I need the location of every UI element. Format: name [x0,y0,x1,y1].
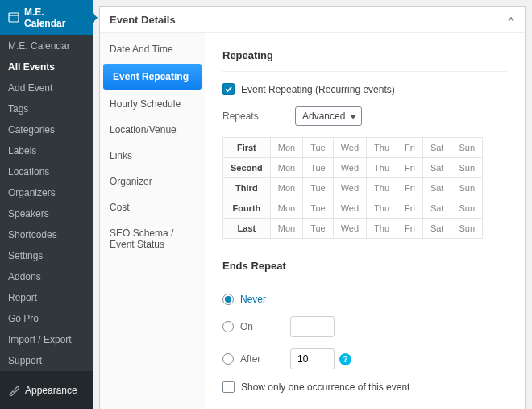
event-repeating-label: Event Repeating (Recurring events) [241,84,395,95]
sidebar-item-categories[interactable]: Categories [0,119,93,140]
sidebar-item-support[interactable]: Support [0,350,93,371]
repeat-cell-first-mon[interactable]: Mon [270,138,302,158]
ends-after-input[interactable] [290,348,335,369]
repeat-cell-first-wed[interactable]: Wed [333,138,366,158]
sidebar-item-all-events[interactable]: All Events [0,56,93,77]
repeat-cell-last-sun[interactable]: Sun [451,219,483,239]
repeat-cell-fourth-sun[interactable]: Sun [451,198,483,219]
repeat-row-fourth: Fourth [223,198,271,219]
sidebar-brand[interactable]: M.E. Calendar [0,0,93,35]
repeat-cell-third-fri[interactable]: Fri [397,178,423,198]
main-area: Event Details Date And TimeEvent Repeati… [93,0,532,409]
brand-label: M.E. Calendar [24,6,85,29]
tab-event-repeating[interactable]: Event Repeating [103,64,202,90]
repeats-label: Repeats [222,111,295,122]
repeat-row-first: First [223,138,271,158]
repeats-select[interactable]: Advanced [295,106,362,126]
repeat-cell-last-mon[interactable]: Mon [270,219,302,239]
show-one-occurrence-label: Show only one occurrence of this event [241,382,409,393]
metabox-toggle-icon[interactable] [507,14,515,26]
sidebar-item-m-e-calendar[interactable]: M.E. Calendar [0,35,93,56]
repeat-cell-first-fri[interactable]: Fri [397,138,423,158]
tab-organizer[interactable]: Organizer [100,169,205,194]
show-one-occurrence-checkbox[interactable] [222,381,235,393]
sidebar-item-plugins[interactable]: Plugins [0,402,93,409]
repeat-cell-last-fri[interactable]: Fri [397,219,423,239]
repeat-cell-last-sat[interactable]: Sat [422,219,451,239]
sidebar-item-appearance[interactable]: Appearance [0,379,93,402]
admin-sidebar: M.E. Calendar M.E. CalendarAll EventsAdd… [0,0,93,409]
sidebar-item-labels[interactable]: Labels [0,140,93,161]
vertical-tabs: Date And TimeEvent RepeatingHourly Sched… [100,33,205,409]
ends-repeat-heading: Ends Repeat [222,260,507,272]
tab-content: Repeating Event Repeating (Recurring eve… [205,33,525,409]
sidebar-item-import-export[interactable]: Import / Export [0,329,93,350]
divider [222,71,507,72]
ends-on-radio[interactable] [222,321,234,332]
repeat-cell-third-sun[interactable]: Sun [451,178,483,198]
repeat-cell-fourth-thu[interactable]: Thu [367,198,397,219]
repeat-cell-first-sun[interactable]: Sun [451,138,483,158]
sidebar-item-go-pro[interactable]: Go Pro [0,308,93,329]
divider [222,282,507,282]
repeat-cell-fourth-sat[interactable]: Sat [422,198,451,219]
repeat-cell-fourth-tue[interactable]: Tue [303,198,334,219]
repeat-cell-fourth-wed[interactable]: Wed [333,198,366,219]
ends-never-label: Never [240,294,266,305]
metabox-title-bar[interactable]: Event Details [100,7,525,33]
repeat-cell-first-thu[interactable]: Thu [367,138,397,158]
repeat-cell-first-sat[interactable]: Sat [422,138,451,158]
repeat-cell-fourth-mon[interactable]: Mon [270,198,302,219]
sidebar-item-add-event[interactable]: Add Event [0,77,93,98]
repeat-cell-third-wed[interactable]: Wed [333,178,366,198]
metabox-title: Event Details [110,14,176,26]
repeat-cell-second-wed[interactable]: Wed [333,158,366,178]
sidebar-item-speakers[interactable]: Speakers [0,203,93,224]
tab-date-and-time[interactable]: Date And Time [100,36,205,62]
repeat-cell-fourth-fri[interactable]: Fri [397,198,423,219]
sidebar-item-settings[interactable]: Settings [0,245,93,266]
repeat-cell-last-wed[interactable]: Wed [333,219,366,239]
repeat-cell-second-mon[interactable]: Mon [270,158,302,178]
ends-after-label: After [240,353,290,365]
repeat-cell-first-tue[interactable]: Tue [303,138,334,158]
repeat-cell-last-thu[interactable]: Thu [367,219,397,239]
calendar-icon [8,11,19,25]
sidebar-item-addons[interactable]: Addons [0,266,93,287]
sidebar-submenu: M.E. CalendarAll EventsAdd EventTagsCate… [0,35,93,371]
event-details-metabox: Event Details Date And TimeEvent Repeati… [99,6,526,409]
sidebar-item-locations[interactable]: Locations [0,161,93,182]
repeat-cell-third-mon[interactable]: Mon [270,178,302,198]
event-repeating-checkbox[interactable] [222,83,235,95]
repeat-cell-second-thu[interactable]: Thu [367,158,397,178]
brush-icon [8,385,19,396]
sidebar-item-report[interactable]: Report [0,287,93,308]
ends-never-radio[interactable] [222,294,234,305]
sidebar-item-tags[interactable]: Tags [0,98,93,119]
repeat-cell-third-sat[interactable]: Sat [422,178,451,198]
repeat-row-second: Second [223,158,271,178]
ends-on-label: On [240,321,290,332]
ends-on-input[interactable] [290,316,335,337]
help-icon[interactable]: ? [339,353,351,365]
svg-rect-0 [9,13,19,22]
tab-seo-schema-event-status[interactable]: SEO Schema / Event Status [100,220,205,257]
tab-location-venue[interactable]: Location/Venue [100,117,205,143]
sidebar-main-menu: AppearancePluginsUsersToolsSettings [0,379,93,409]
advanced-repeat-table: FirstMonTueWedThuFriSatSunSecondMonTueWe… [222,137,483,239]
ends-after-radio[interactable] [222,353,234,365]
repeat-row-last: Last [223,219,271,239]
repeat-cell-third-thu[interactable]: Thu [367,178,397,198]
sidebar-item-shortcodes[interactable]: Shortcodes [0,224,93,245]
sidebar-item-organizers[interactable]: Organizers [0,182,93,203]
repeat-cell-second-sat[interactable]: Sat [422,158,451,178]
repeat-cell-last-tue[interactable]: Tue [303,219,334,239]
repeat-cell-second-sun[interactable]: Sun [451,158,483,178]
tab-cost[interactable]: Cost [100,194,205,220]
repeating-heading: Repeating [222,49,507,61]
repeat-cell-second-tue[interactable]: Tue [303,158,334,178]
tab-hourly-schedule[interactable]: Hourly Schedule [100,91,205,117]
repeat-cell-second-fri[interactable]: Fri [397,158,423,178]
tab-links[interactable]: Links [100,143,205,169]
repeat-cell-third-tue[interactable]: Tue [303,178,334,198]
